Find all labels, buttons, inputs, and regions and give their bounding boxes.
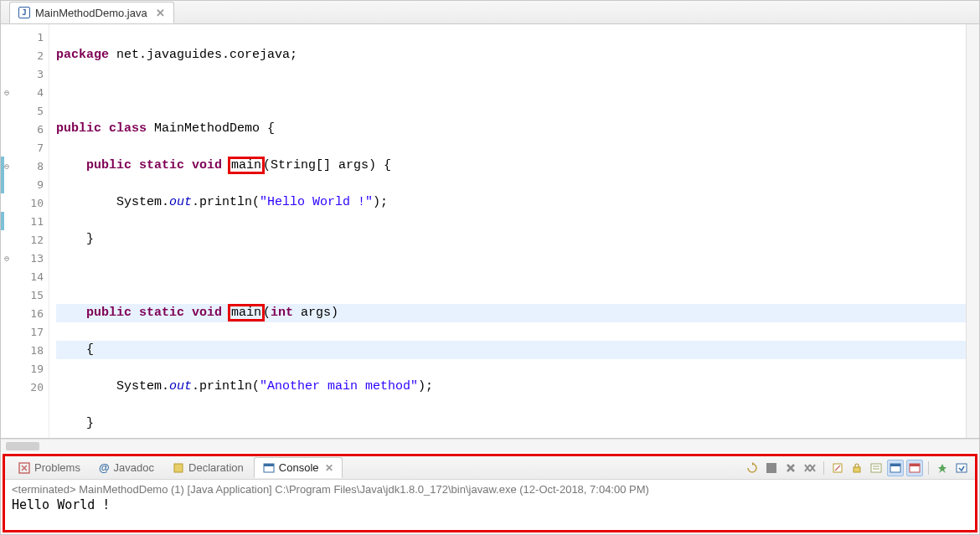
line-number: 7 <box>1 138 49 157</box>
svg-rect-1 <box>174 464 183 472</box>
svg-rect-3 <box>264 464 274 466</box>
clear-console-icon[interactable] <box>829 460 846 476</box>
line-number: 15 <box>1 286 49 304</box>
fold-toggle-icon[interactable]: ⊖ <box>4 162 9 171</box>
line-number: 17 <box>1 322 49 341</box>
scrollbar-thumb[interactable] <box>6 442 39 450</box>
line-number: 18 <box>1 341 49 359</box>
line-number: 5 <box>1 101 49 120</box>
java-file-icon: J <box>18 7 30 18</box>
tab-label: Problems <box>34 461 80 474</box>
horizontal-scrollbar[interactable] <box>1 439 979 452</box>
tab-declaration[interactable]: Declaration <box>164 458 252 477</box>
show-console-on-err-icon[interactable] <box>906 460 923 476</box>
tab-console[interactable]: Console ✕ <box>254 457 343 478</box>
line-number: 1 <box>1 28 49 46</box>
code-editor[interactable]: 1 2 3 ⊖4 5 6 7 ⊖8 9 10 11 12 ⊖13 14 15 1… <box>1 24 979 439</box>
console-toolbar <box>744 460 970 476</box>
editor-tab-mainmethoddemo[interactable]: J MainMethodDemo.java ✕ <box>9 2 174 23</box>
show-console-on-out-icon[interactable] <box>887 460 904 476</box>
line-number: 14 <box>1 267 49 286</box>
refresh-icon[interactable] <box>744 460 761 476</box>
close-icon[interactable]: ✕ <box>156 7 165 19</box>
terminate-icon[interactable] <box>763 460 780 476</box>
remove-all-terminated-icon[interactable] <box>802 460 818 476</box>
line-number: 19 <box>1 359 49 378</box>
tab-problems[interactable]: Problems <box>10 458 89 477</box>
console-icon <box>263 462 275 474</box>
editor-tab-label: MainMethodDemo.java <box>35 7 147 19</box>
line-number: 3 <box>1 64 49 83</box>
javadoc-icon: @ <box>99 461 110 474</box>
line-number: 9 <box>1 175 49 193</box>
line-number: 2 <box>1 46 49 64</box>
svg-rect-11 <box>910 464 920 466</box>
pin-console-icon[interactable] <box>934 460 951 476</box>
remove-launch-icon[interactable] <box>782 460 799 476</box>
tab-label: Declaration <box>188 461 244 474</box>
line-number: ⊖13 <box>1 249 49 267</box>
code-content[interactable]: package net.javaguides.corejava; public … <box>49 24 966 438</box>
problems-icon <box>18 462 30 474</box>
console-body: <terminated> MainMethodDemo (1) [Java Ap… <box>5 480 975 530</box>
editor-tabbar: J MainMethodDemo.java ✕ <box>1 1 979 24</box>
word-wrap-icon[interactable] <box>868 460 885 476</box>
views-tabbar: Problems @ Javadoc Declaration Console ✕ <box>5 456 975 480</box>
fold-toggle-icon[interactable]: ⊖ <box>4 254 9 263</box>
scroll-lock-icon[interactable] <box>848 460 865 476</box>
display-selected-console-icon[interactable] <box>953 460 970 476</box>
line-number: 16 <box>1 304 49 322</box>
toolbar-separator <box>928 461 929 475</box>
line-number: 12 <box>1 230 49 249</box>
line-number: ⊖8 <box>1 157 49 175</box>
svg-rect-9 <box>890 464 900 466</box>
console-launch-title: <terminated> MainMethodDemo (1) [Java Ap… <box>12 483 968 496</box>
highlighted-main-1: main <box>230 158 263 172</box>
close-icon[interactable]: ✕ <box>325 462 333 474</box>
declaration-icon <box>173 462 184 474</box>
line-number: 10 <box>1 193 49 212</box>
fold-toggle-icon[interactable]: ⊖ <box>4 88 9 97</box>
toolbar-separator <box>823 461 824 475</box>
line-number: 20 <box>1 378 49 396</box>
tab-label: Javadoc <box>114 461 154 474</box>
tab-javadoc[interactable]: @ Javadoc <box>90 458 162 477</box>
line-number: 11 <box>1 212 49 230</box>
tab-label: Console <box>279 461 319 474</box>
svg-rect-7 <box>871 464 881 472</box>
console-output: Hello World ! <box>12 497 968 512</box>
highlighted-main-2: main <box>230 306 263 320</box>
line-number: 6 <box>1 120 49 138</box>
bottom-panel: Problems @ Javadoc Declaration Console ✕ <box>3 454 977 532</box>
line-number-gutter: 1 2 3 ⊖4 5 6 7 ⊖8 9 10 11 12 ⊖13 14 15 1… <box>1 24 49 438</box>
eclipse-window: J MainMethodDemo.java ✕ 1 2 3 ⊖4 5 6 7 ⊖… <box>0 0 980 535</box>
svg-rect-4 <box>766 463 776 473</box>
svg-rect-6 <box>854 467 860 472</box>
line-number: ⊖4 <box>1 83 49 101</box>
vertical-scrollbar[interactable] <box>966 24 979 438</box>
